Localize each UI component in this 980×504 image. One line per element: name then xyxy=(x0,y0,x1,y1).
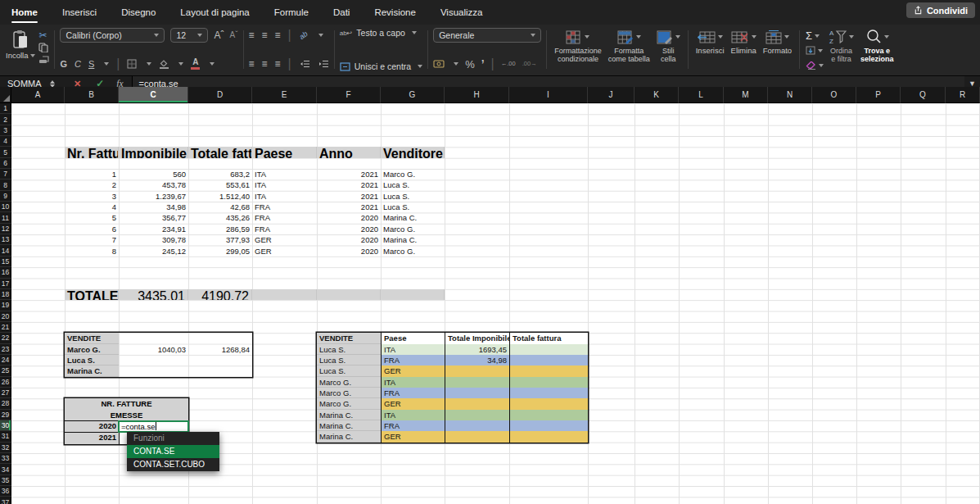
cell-venditore[interactable]: Marina C. xyxy=(381,234,445,245)
select-all-corner[interactable] xyxy=(0,87,11,103)
summary-fattura-cell[interactable]: 1268,84 xyxy=(188,344,252,355)
underline-options-chevron[interactable] xyxy=(104,62,109,66)
column-header-L[interactable]: L xyxy=(679,87,724,103)
cell-paese[interactable]: FRA xyxy=(252,212,317,223)
cell-paese[interactable]: FRA xyxy=(381,355,445,366)
cell-paese[interactable]: FRA xyxy=(252,202,317,212)
header-cell[interactable]: Imponibile xyxy=(119,147,188,157)
cell-totale-fattura[interactable]: 377,93 xyxy=(188,234,252,245)
cell-venditore[interactable]: Luca S. xyxy=(317,355,381,366)
cell-totale-fattura[interactable]: 42,68 xyxy=(188,202,252,212)
tab-revisione[interactable]: Revisione xyxy=(374,7,416,17)
cell-totale-fattura[interactable]: 286,59 xyxy=(188,224,252,234)
cell-totale-fattura[interactable] xyxy=(509,344,588,355)
tab-visualizza[interactable]: Visualizza xyxy=(440,7,483,17)
cell-totale-imponibile[interactable] xyxy=(445,410,509,420)
merge-center-button[interactable]: Unisci e centra xyxy=(340,61,422,71)
cell-nr-fattura[interactable]: 8 xyxy=(65,246,119,257)
cell-totale-fattura[interactable]: 299,05 xyxy=(188,246,252,257)
copy-icon[interactable] xyxy=(38,43,49,52)
row-header-12[interactable]: 12 xyxy=(0,224,11,234)
tab-disegno[interactable]: Disegno xyxy=(121,7,156,17)
cell-imponibile[interactable]: 245,12 xyxy=(119,246,188,257)
totale-label-cell[interactable]: TOTALE xyxy=(65,289,119,300)
cell-styles-button[interactable]: Stili cella xyxy=(653,26,684,73)
cell-paese[interactable]: ITA xyxy=(252,191,317,202)
tab-layout-di-pagina[interactable]: Layout di pagina xyxy=(180,7,249,17)
tab-formule[interactable]: Formule xyxy=(274,7,309,17)
header-cell[interactable]: Nr. Fattura xyxy=(65,147,119,157)
cell-imponibile[interactable]: 34,98 xyxy=(119,202,188,212)
row-header-26[interactable]: 26 xyxy=(0,377,11,388)
cell-totale-imponibile[interactable] xyxy=(445,398,509,409)
cell-anno[interactable]: 2021 xyxy=(317,169,381,179)
row-header-25[interactable]: 25 xyxy=(0,366,11,376)
align-left-icon[interactable]: ≡ xyxy=(249,58,254,70)
format-as-table-button[interactable]: Formatta come tabella xyxy=(605,26,653,73)
format-painter-icon[interactable] xyxy=(38,55,49,64)
column-header-I[interactable]: I xyxy=(509,87,588,103)
paste-button[interactable]: Incolla xyxy=(6,30,35,60)
cell-totale-imponibile[interactable] xyxy=(445,366,509,376)
column-header-D[interactable]: D xyxy=(188,87,252,103)
cell-paese[interactable]: ITA xyxy=(381,344,445,355)
cell-venditore[interactable]: Marina C. xyxy=(381,212,445,223)
totale-imponibile-cell[interactable]: 3435,01 xyxy=(119,289,188,300)
cell-nr-fattura[interactable]: 3 xyxy=(65,191,119,202)
align-center-icon[interactable]: ≡ xyxy=(262,58,267,70)
row-header-1[interactable]: 1 xyxy=(0,103,11,114)
matrix-header-cell[interactable]: Paese xyxy=(381,333,445,343)
cell-totale-imponibile[interactable] xyxy=(445,431,509,442)
cell-venditore[interactable]: Luca S. xyxy=(381,202,445,212)
cell-venditore[interactable]: Marco G. xyxy=(381,169,445,179)
cell-venditore[interactable]: Marina C. xyxy=(317,431,381,442)
row-header-11[interactable]: 11 xyxy=(0,212,11,223)
tab-inserisci[interactable]: Inserisci xyxy=(62,7,97,17)
delete-cells-button[interactable]: Elimina xyxy=(728,26,760,73)
cell-nr-fattura[interactable]: 4 xyxy=(65,202,119,212)
column-header-K[interactable]: K xyxy=(635,87,679,103)
number-format-select[interactable]: Generale xyxy=(433,28,541,43)
cell-venditore[interactable]: Marina C. xyxy=(317,410,381,420)
accounting-chevron[interactable] xyxy=(454,62,458,66)
summary-title-cell[interactable]: VENDITE xyxy=(65,333,119,343)
cell-totale-fattura[interactable] xyxy=(509,366,588,376)
cell-paese[interactable]: GER xyxy=(381,431,445,442)
row-header-33[interactable]: 33 xyxy=(0,453,11,464)
column-header-P[interactable]: P xyxy=(856,87,901,103)
accounting-format-icon[interactable] xyxy=(433,60,445,68)
cell-venditore[interactable]: Marco G. xyxy=(317,398,381,409)
insert-cells-button[interactable]: Inserisci xyxy=(693,26,728,73)
cell-paese[interactable]: FRA xyxy=(381,420,445,431)
row-header-23[interactable]: 23 xyxy=(0,344,11,355)
cell-venditore[interactable]: Luca S. xyxy=(381,191,445,202)
column-header-A[interactable]: A xyxy=(11,87,65,103)
column-header-J[interactable]: J xyxy=(588,87,635,103)
cell-nr-fattura[interactable]: 2 xyxy=(65,179,119,190)
header-cell[interactable]: Venditore xyxy=(381,147,445,157)
cell-paese[interactable]: FRA xyxy=(381,388,445,398)
cell-venditore[interactable]: Marco G. xyxy=(317,388,381,398)
row-header-4[interactable]: 4 xyxy=(0,136,11,147)
row-header-27[interactable]: 27 xyxy=(0,388,11,398)
fill-down-icon[interactable] xyxy=(806,43,824,57)
cell-totale-fattura[interactable]: 683,2 xyxy=(188,169,252,179)
cell[interactable] xyxy=(119,355,188,366)
column-header-M[interactable]: M xyxy=(724,87,768,103)
row-header-32[interactable]: 32 xyxy=(0,443,11,453)
align-top-icon[interactable]: ≡ xyxy=(249,30,254,41)
conditional-formatting-button[interactable]: Formattazione condizionale xyxy=(551,26,605,73)
row-header-18[interactable]: 18 xyxy=(0,289,11,300)
row-header-13[interactable]: 13 xyxy=(0,234,11,245)
cell[interactable] xyxy=(188,333,252,343)
row-header-8[interactable]: 8 xyxy=(0,179,11,190)
sort-filter-button[interactable]: AZ Ordina e filtra xyxy=(825,26,857,73)
cell-anno[interactable]: 2020 xyxy=(317,246,381,257)
comma-style-icon[interactable]: ’ xyxy=(481,58,485,70)
row-header-30[interactable]: 30 xyxy=(0,420,11,431)
underline-button[interactable]: S xyxy=(88,60,94,69)
row-header-19[interactable]: 19 xyxy=(0,300,11,311)
italic-button[interactable]: C xyxy=(75,60,81,69)
cell-nr-fattura[interactable]: 6 xyxy=(65,224,119,234)
fatture-table-title[interactable]: NR. FATTURE EMESSE xyxy=(65,398,188,420)
